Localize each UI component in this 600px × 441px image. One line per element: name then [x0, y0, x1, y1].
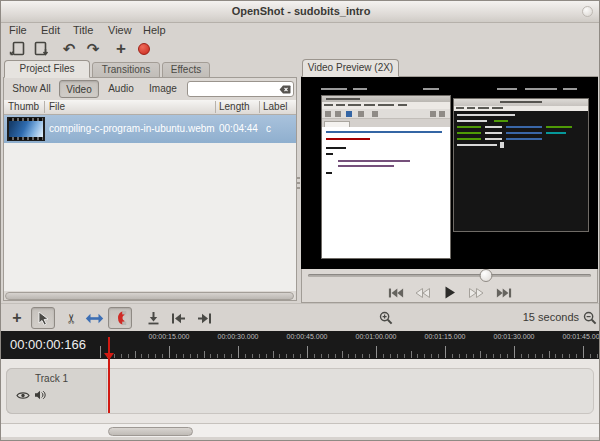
tab-effects[interactable]: Effects	[162, 62, 210, 78]
playhead-time-display: 00:00:00:166	[10, 337, 86, 352]
filter-video-button[interactable]: Video	[59, 80, 99, 98]
pointer-icon	[37, 311, 49, 326]
record-circle-icon	[138, 43, 150, 55]
resize-tool-button[interactable]	[83, 308, 105, 328]
add-marker-icon	[147, 311, 160, 325]
ruler-label: 00:00:30.000	[215, 333, 261, 340]
preview-panel-text	[353, 88, 367, 90]
next-marker-button[interactable]	[194, 308, 214, 328]
timeline-tracks-area: Track 1	[1, 359, 600, 423]
timeline-ruler[interactable]: 00:00:00:166 00:00:15.000 00:00:30.000 0…	[1, 331, 600, 359]
column-length[interactable]: Length	[219, 100, 250, 114]
window-button[interactable]	[582, 6, 593, 17]
redo-icon: ↷	[87, 40, 100, 58]
fast-forward-button[interactable]	[467, 286, 487, 300]
scrollbar-handle[interactable]	[108, 427, 193, 436]
previous-marker-icon	[171, 313, 186, 324]
tab-label: Effects	[171, 64, 201, 75]
audio-speaker-icon[interactable]	[34, 390, 46, 400]
clip-length: 00:04:44	[219, 123, 258, 134]
razor-tool-button[interactable]: ✂	[61, 308, 81, 328]
visibility-eye-icon[interactable]	[16, 391, 30, 400]
column-label[interactable]: Label	[263, 100, 287, 114]
save-project-button[interactable]	[31, 39, 51, 59]
timeline-hscrollbar[interactable]	[1, 423, 600, 437]
preview-seek-handle[interactable]	[480, 269, 493, 282]
column-thumb[interactable]: Thumb	[8, 100, 39, 114]
snap-tool-button[interactable]	[108, 307, 132, 329]
tab-label: Transitions	[102, 64, 151, 75]
play-icon	[444, 286, 456, 299]
add-track-button[interactable]: +	[7, 308, 27, 328]
preview-terminal-window	[453, 98, 589, 232]
panel-splitter[interactable]	[297, 177, 300, 191]
next-marker-icon	[197, 313, 212, 324]
skip-to-start-button[interactable]	[386, 286, 406, 300]
fast-forward-icon	[468, 287, 485, 299]
filter-label: Show All	[12, 83, 50, 94]
seek-trough[interactable]	[308, 274, 591, 277]
video-preview-screen[interactable]	[301, 77, 598, 269]
save-project-icon	[33, 41, 49, 57]
resize-arrows-icon	[85, 313, 104, 324]
menu-help[interactable]: Help	[139, 23, 170, 39]
skip-to-end-button[interactable]	[494, 286, 514, 300]
select-tool-button[interactable]	[31, 307, 55, 329]
tab-video-preview[interactable]: Video Preview (2X)	[302, 59, 399, 77]
transport-controls	[301, 282, 598, 303]
menu-view[interactable]: View	[104, 23, 136, 39]
window-title: OpenShot - sudobits_intro	[232, 5, 371, 17]
ruler-label: 00:00:15.000	[146, 333, 192, 340]
scissors-icon: ✂	[64, 313, 79, 324]
timeline-toolbar: + ✂	[1, 303, 600, 331]
menu-file[interactable]: File	[5, 23, 31, 39]
clip-filename: compiling-c-program-in-ubuntu.webm	[49, 123, 215, 134]
preview-seek-bar[interactable]	[301, 269, 598, 282]
clear-icon[interactable]	[279, 85, 291, 94]
add-marker-button[interactable]	[143, 308, 163, 328]
ruler-label: 00:01:45.000	[560, 333, 600, 340]
project-files-hscrollbar[interactable]	[5, 292, 295, 300]
playhead-marker[interactable]	[104, 353, 114, 360]
filter-label: Audio	[108, 83, 134, 94]
preview-panel-text	[423, 88, 439, 90]
scrollbar-handle[interactable]	[5, 292, 294, 300]
playhead-line[interactable]	[108, 337, 110, 413]
zoom-out-icon	[583, 311, 597, 325]
zoom-in-button[interactable]	[377, 309, 395, 327]
redo-button[interactable]: ↷	[83, 39, 103, 59]
zoom-out-button[interactable]	[581, 309, 599, 327]
track-header: Track 1	[6, 368, 107, 414]
ruler-label: 00:01:15.000	[422, 333, 468, 340]
rewind-icon	[414, 287, 431, 299]
previous-marker-button[interactable]	[168, 308, 188, 328]
filter-show-all-button[interactable]: Show All	[6, 80, 57, 98]
plus-icon: +	[116, 39, 126, 59]
filter-image-button[interactable]: Image	[142, 80, 184, 98]
skip-to-start-icon	[388, 287, 404, 299]
column-file[interactable]: File	[49, 100, 65, 114]
table-row[interactable]: compiling-c-program-in-ubuntu.webm 00:04…	[4, 115, 296, 143]
rewind-button[interactable]	[413, 286, 433, 300]
new-project-button[interactable]	[7, 39, 27, 59]
clip-label: c	[266, 123, 271, 134]
tab-transitions[interactable]: Transitions	[92, 62, 160, 78]
filter-audio-button[interactable]: Audio	[101, 80, 141, 98]
search-input[interactable]	[190, 83, 278, 95]
undo-button[interactable]: ↶	[59, 39, 79, 59]
tab-label: Project Files	[19, 63, 74, 74]
openshot-window: OpenShot - sudobits_intro File Edit Titl…	[0, 0, 600, 441]
import-files-button[interactable]: +	[111, 39, 131, 59]
filter-label: Image	[149, 83, 177, 94]
new-project-icon	[9, 41, 25, 57]
track-name: Track 1	[35, 373, 68, 384]
menu-bar: File Edit Title View Help	[1, 23, 600, 39]
title-bar[interactable]: OpenShot - sudobits_intro	[1, 1, 600, 23]
tab-project-files[interactable]: Project Files	[4, 60, 90, 78]
export-video-button[interactable]	[134, 39, 154, 59]
tab-label: Video Preview (2X)	[308, 62, 393, 73]
play-button[interactable]	[440, 286, 460, 300]
menu-edit[interactable]: Edit	[37, 23, 64, 39]
menu-title[interactable]: Title	[69, 23, 97, 39]
preview-panel-text	[563, 88, 577, 90]
